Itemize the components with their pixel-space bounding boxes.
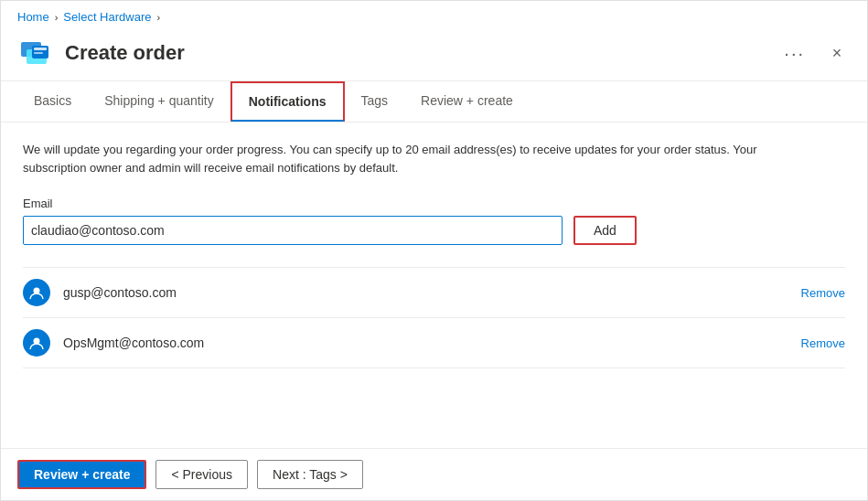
email-input[interactable] — [23, 216, 563, 245]
tabs-container: Basics Shipping + quantity Notifications… — [1, 81, 867, 123]
svg-rect-4 — [34, 52, 43, 54]
email-item-1: gusp@contoso.com Remove — [23, 268, 845, 318]
tab-review-create[interactable]: Review + create — [404, 82, 530, 121]
breadcrumb-select-hardware[interactable]: Select Hardware — [63, 10, 151, 24]
tab-basics[interactable]: Basics — [17, 82, 88, 121]
email-item-2: OpsMgmt@contoso.com Remove — [23, 318, 845, 368]
more-options-button[interactable]: ··· — [784, 43, 805, 64]
email-list: gusp@contoso.com Remove OpsMgmt@contoso.… — [23, 267, 845, 368]
avatar-1 — [23, 279, 50, 306]
add-button[interactable]: Add — [573, 216, 637, 245]
notifications-description: We will update you regarding your order … — [23, 141, 800, 176]
remove-button-1[interactable]: Remove — [801, 286, 845, 300]
breadcrumb: Home › Select Hardware › — [1, 1, 867, 27]
email-input-row: Add — [23, 216, 845, 245]
next-button[interactable]: Next : Tags > — [257, 460, 363, 489]
avatar-2 — [23, 329, 50, 357]
previous-button[interactable]: < Previous — [155, 460, 248, 489]
tab-notifications[interactable]: Notifications — [230, 81, 345, 122]
svg-rect-3 — [34, 48, 47, 50]
email-text-2: OpsMgmt@contoso.com — [63, 336, 788, 350]
email-text-1: gusp@contoso.com — [63, 285, 788, 300]
tab-shipping[interactable]: Shipping + quantity — [88, 82, 230, 121]
close-button[interactable]: × — [823, 39, 851, 67]
page-title: Create order — [65, 41, 784, 65]
review-create-button[interactable]: Review + create — [17, 460, 146, 489]
breadcrumb-chevron2: › — [156, 12, 160, 23]
breadcrumb-home[interactable]: Home — [17, 10, 49, 24]
breadcrumb-chevron1: › — [55, 12, 59, 23]
email-field-label: Email — [23, 197, 845, 210]
tab-tags[interactable]: Tags — [345, 82, 405, 121]
main-window: Home › Select Hardware › Create order ··… — [0, 0, 868, 501]
remove-button-2[interactable]: Remove — [801, 336, 845, 350]
footer: Review + create < Previous Next : Tags > — [1, 448, 867, 500]
content-area: We will update you regarding your order … — [1, 123, 867, 448]
create-order-icon — [17, 35, 54, 71]
page-header: Create order ··· × — [1, 27, 867, 81]
